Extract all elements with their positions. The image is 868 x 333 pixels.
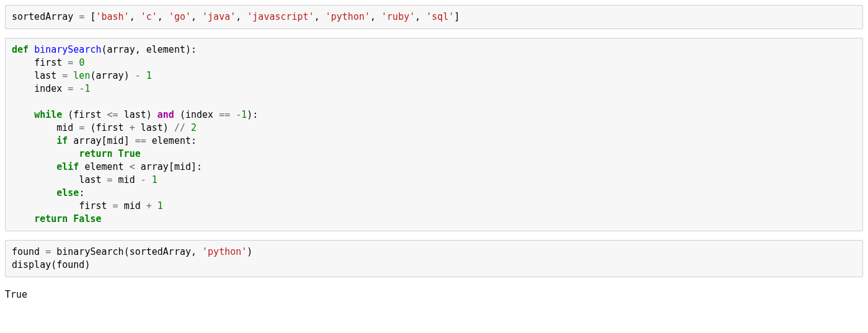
op-plus: + xyxy=(130,122,135,133)
var-last: last xyxy=(34,70,56,81)
bracket-close: ] xyxy=(454,11,459,22)
kw-and: and xyxy=(157,109,174,120)
code-cell-2[interactable]: def binarySearch(array, element): first … xyxy=(5,38,863,231)
const-false: False xyxy=(73,213,101,224)
kw-if: if xyxy=(56,135,68,146)
var-index: index xyxy=(185,109,213,120)
comma: , xyxy=(415,11,420,22)
colon: : xyxy=(191,44,197,55)
op-lt: < xyxy=(130,161,135,172)
op-plus: + xyxy=(146,200,152,211)
paren-open: ( xyxy=(51,259,56,270)
paren-open: ( xyxy=(102,44,107,55)
op-eqeq: == xyxy=(219,109,230,120)
paren-open: ( xyxy=(180,109,185,120)
var-index: index xyxy=(34,83,62,94)
op-assign: = xyxy=(45,246,51,257)
var-first: first xyxy=(95,122,123,133)
str-c: 'c' xyxy=(141,11,157,22)
num-1: 1 xyxy=(146,70,152,81)
kw-return: return xyxy=(34,213,68,224)
param-element: element xyxy=(146,44,185,55)
paren-close: ) xyxy=(124,70,130,81)
num-1: 1 xyxy=(84,83,90,94)
var-array: array xyxy=(73,135,101,146)
op-assign: = xyxy=(107,174,113,185)
var-element: element xyxy=(152,135,191,146)
colon: : xyxy=(197,161,202,172)
var-mid: mid xyxy=(56,122,73,133)
paren-close: ) xyxy=(185,44,191,55)
var-last: last xyxy=(79,174,101,185)
comma: , xyxy=(236,11,241,22)
output-cell: True xyxy=(5,286,863,304)
var-mid: mid xyxy=(124,200,141,211)
op-le: <= xyxy=(107,109,118,120)
call-display: display xyxy=(12,259,51,270)
bracket-open: [ xyxy=(102,135,107,146)
comma: , xyxy=(314,11,320,22)
var-array: array xyxy=(95,70,123,81)
var-found: found xyxy=(12,246,40,257)
op-minus: - xyxy=(141,174,146,185)
op-assign: = xyxy=(113,200,118,211)
num-0: 0 xyxy=(79,57,84,68)
kw-while: while xyxy=(34,109,62,120)
paren-close: ) xyxy=(247,109,252,120)
str-python: 'python' xyxy=(326,11,370,22)
paren-open: ( xyxy=(68,109,73,120)
paren-close: ) xyxy=(163,122,169,133)
code-cell-3[interactable]: found = binarySearch(sortedArray, 'pytho… xyxy=(5,240,863,277)
paren-close: ) xyxy=(84,259,90,270)
comma: , xyxy=(130,11,135,22)
comma: , xyxy=(157,11,163,22)
op-neg: - xyxy=(236,109,241,120)
code-cell-1[interactable]: sortedArray = ['bash', 'c', 'go', 'java'… xyxy=(5,5,863,29)
param-array: array xyxy=(107,44,135,55)
num-1: 1 xyxy=(152,174,157,185)
arg-found: found xyxy=(56,259,84,270)
var-mid: mid xyxy=(107,135,124,146)
var-first: first xyxy=(73,109,101,120)
op-assign: = xyxy=(68,57,73,68)
op-assign: = xyxy=(62,70,68,81)
op-floordiv: // xyxy=(174,122,185,133)
op-assign: = xyxy=(79,11,84,22)
op-assign: = xyxy=(68,83,73,94)
colon: : xyxy=(191,135,197,146)
comma: , xyxy=(191,11,197,22)
op-minus: - xyxy=(135,70,141,81)
str-go: 'go' xyxy=(169,11,191,22)
call-binarySearch: binarySearch xyxy=(56,246,123,257)
comma: , xyxy=(135,44,141,55)
kw-def: def xyxy=(12,44,29,55)
var-mid: mid xyxy=(174,161,191,172)
var-array: array xyxy=(141,161,169,172)
comma: , xyxy=(191,246,197,257)
var-element: element xyxy=(84,161,123,172)
kw-return: return xyxy=(79,148,112,159)
var-first: first xyxy=(79,200,107,211)
bracket-open: [ xyxy=(169,161,174,172)
const-true: True xyxy=(118,148,141,159)
var-last: last xyxy=(124,109,146,120)
str-ruby: 'ruby' xyxy=(381,11,415,22)
num-1: 1 xyxy=(157,200,163,211)
colon: : xyxy=(252,109,258,120)
kw-else: else xyxy=(56,187,79,198)
comma: , xyxy=(370,11,376,22)
bracket-close: ] xyxy=(191,161,197,172)
var-mid: mid xyxy=(118,174,135,185)
arg-sortedArray: sortedArray xyxy=(130,246,191,257)
var-first: first xyxy=(34,57,62,68)
fn-binarySearch: binarySearch xyxy=(34,44,101,55)
var-last: last xyxy=(141,122,163,133)
kw-elif: elif xyxy=(56,161,79,172)
str-python: 'python' xyxy=(202,246,247,257)
str-java: 'java' xyxy=(202,11,236,22)
builtin-len: len xyxy=(73,70,90,81)
str-javascript: 'javascript' xyxy=(247,11,314,22)
num-1: 1 xyxy=(241,109,247,120)
bracket-close: ] xyxy=(124,135,130,146)
colon: : xyxy=(79,187,84,198)
